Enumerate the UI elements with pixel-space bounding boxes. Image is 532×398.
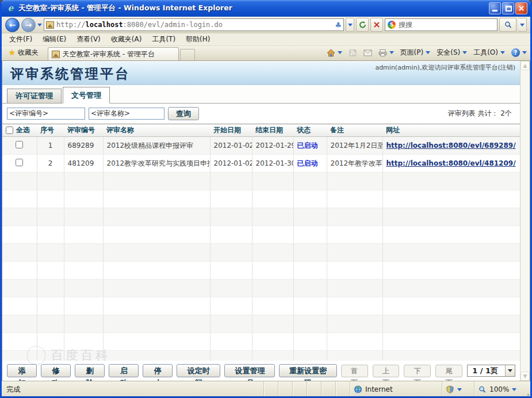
printer-icon xyxy=(378,49,387,57)
resize-grip[interactable] xyxy=(523,381,530,397)
table-header-row: 全选 序号 评审编号 评审名称 开始日期 结束日期 状态 备注 网址 xyxy=(2,124,520,137)
browser-tab[interactable]: 天空教室-评审系统 - 管理平台 xyxy=(48,47,179,60)
soso-search-icon: S xyxy=(388,21,396,29)
query-button[interactable]: 查询 xyxy=(168,107,199,120)
protected-mode-button[interactable] xyxy=(442,381,474,397)
welcome-logout-text[interactable]: admin(admin),欢迎访问评审系统管理平台(注销) xyxy=(375,63,515,72)
page-title: 评审系统管理平台 xyxy=(10,65,130,83)
pagination: 首页 上页 下页 尾页 1 / 1页 xyxy=(341,365,515,377)
compatibility-view-icon[interactable]: ♣ xyxy=(335,21,342,29)
header-name: 评审名称 xyxy=(103,124,210,137)
scroll-down-icon[interactable]: ▼ xyxy=(520,372,530,381)
recent-pages-dropdown-icon[interactable] xyxy=(37,24,42,26)
action-toolbar: 添加 修改 删除 启动 停止 设定时间 设置管理员 重新设置密码 首页 上页 下… xyxy=(2,361,520,381)
stop-icon: × xyxy=(373,20,380,29)
new-tab-button[interactable] xyxy=(180,49,195,60)
ie-icon: e xyxy=(6,3,16,13)
close-button[interactable]: × xyxy=(515,2,527,14)
home-icon xyxy=(327,49,335,57)
feeds-button[interactable] xyxy=(347,48,358,58)
header-note: 备注 xyxy=(327,124,382,137)
search-options-dropdown[interactable] xyxy=(518,18,527,32)
search-engine-name: 搜搜 xyxy=(399,20,412,30)
review-code-input[interactable] xyxy=(7,108,85,120)
header-end-date: 结束日期 xyxy=(252,124,293,137)
row-checkbox[interactable] xyxy=(16,141,23,148)
title-bar: e 天空教室-评审系统 - 管理平台 - Windows Internet Ex… xyxy=(2,0,530,17)
protected-mode-dropdown-icon[interactable] xyxy=(457,388,462,391)
print-button[interactable] xyxy=(377,48,395,58)
back-button[interactable]: ← xyxy=(5,18,20,32)
tools-menu-button[interactable]: 工具(O) xyxy=(472,47,506,59)
safety-menu-button[interactable]: 安全(S) xyxy=(435,47,468,59)
review-url-link[interactable]: http://localhost:8080/evl/481209/ xyxy=(386,159,516,167)
url-text[interactable]: http://localhost:8080/evl/admin-login.do xyxy=(56,19,332,30)
menu-help[interactable]: 帮助(H) xyxy=(181,33,215,45)
zoom-dropdown-icon[interactable] xyxy=(512,388,516,391)
search-go-button[interactable] xyxy=(499,18,516,32)
review-url-link[interactable]: http://localhost:8080/evl/689289/ xyxy=(386,141,516,150)
header-code: 评审编号 xyxy=(64,124,103,137)
home-button[interactable] xyxy=(326,48,343,58)
home-dropdown-icon[interactable] xyxy=(338,51,342,54)
reset-password-button[interactable]: 重新设置密码 xyxy=(279,364,336,377)
menu-edit[interactable]: 编辑(E) xyxy=(37,33,71,45)
menu-bar: 文件(F) 编辑(E) 查看(V) 收藏夹(A) 工具(T) 帮助(H) xyxy=(2,33,530,46)
set-time-button[interactable]: 设定时间 xyxy=(177,364,220,377)
star-icon: ★ xyxy=(9,48,16,57)
rss-icon xyxy=(349,49,357,57)
menu-file[interactable]: 文件(F) xyxy=(4,33,37,45)
list-summary: 评审列表 共计： 2个 xyxy=(448,109,515,118)
zoom-control[interactable]: 100% xyxy=(474,381,523,397)
stop-button[interactable]: × xyxy=(370,18,383,32)
first-page-button[interactable]: 首页 xyxy=(341,365,368,377)
shield-icon xyxy=(446,385,454,393)
last-page-button[interactable]: 尾页 xyxy=(435,365,462,377)
status-bar: 完成 Internet 100% xyxy=(2,381,530,397)
prev-page-button[interactable]: 上页 xyxy=(373,365,400,377)
set-admin-button[interactable]: 设置管理员 xyxy=(224,364,275,377)
print-dropdown-icon[interactable] xyxy=(389,51,394,54)
menu-favorites[interactable]: 收藏夹(A) xyxy=(106,33,147,45)
help-icon: ? xyxy=(511,48,520,57)
menu-tools[interactable]: 工具(T) xyxy=(147,33,181,45)
restore-button[interactable] xyxy=(502,2,514,14)
site-favicon xyxy=(46,21,54,29)
page-select-dropdown[interactable]: 1 / 1页 xyxy=(467,365,515,377)
window-title: 天空教室-评审系统 - 管理平台 - Windows Internet Expl… xyxy=(18,3,489,13)
next-page-button[interactable]: 下页 xyxy=(404,365,431,377)
page-select-arrow[interactable] xyxy=(505,365,515,376)
row-checkbox[interactable] xyxy=(16,159,23,166)
module-tabs: 许可证管理 文号管理 xyxy=(2,85,520,104)
help-button[interactable]: ? xyxy=(510,47,528,58)
scroll-up-icon[interactable]: ▲ xyxy=(520,61,530,70)
refresh-icon xyxy=(358,21,367,29)
delete-button[interactable]: 删除 xyxy=(75,364,105,377)
address-bar[interactable]: http://localhost:8080/evl/admin-login.do… xyxy=(44,18,344,31)
tab-document-number-management[interactable]: 文号管理 xyxy=(63,87,110,104)
table-row: 1 689289 2012校级精品课程申报评审 2012-01-02 2012-… xyxy=(2,137,520,155)
start-button[interactable]: 启动 xyxy=(109,364,139,377)
minimize-button[interactable] xyxy=(489,2,501,14)
menu-view[interactable]: 查看(V) xyxy=(71,33,106,45)
page-menu-button[interactable]: 页面(P) xyxy=(399,47,432,59)
header-index: 序号 xyxy=(37,124,64,137)
tab-license-management[interactable]: 许可证管理 xyxy=(7,89,62,103)
favorites-tab-bar: ★ 收藏夹 天空教室-评审系统 - 管理平台 页面(P) xyxy=(2,46,530,61)
add-button[interactable]: 添加 xyxy=(7,364,37,377)
review-name-input[interactable] xyxy=(89,108,164,120)
stop-review-button[interactable]: 停止 xyxy=(143,364,173,377)
zone-indicator: Internet xyxy=(350,381,442,397)
zoom-magnifier-icon xyxy=(478,385,487,393)
modify-button[interactable]: 修改 xyxy=(41,364,71,377)
web-search-box[interactable]: S 搜搜 xyxy=(385,18,497,31)
page-viewport: 评审系统管理平台 admin(admin),欢迎访问评审系统管理平台(注销) 许… xyxy=(2,61,530,381)
page-scrollbar[interactable]: ▲ ▼ xyxy=(520,61,530,381)
refresh-button[interactable] xyxy=(356,18,369,32)
favorites-button[interactable]: ★ 收藏夹 xyxy=(4,46,43,60)
select-all-checkbox[interactable] xyxy=(6,127,13,134)
forward-button[interactable]: → xyxy=(21,18,36,32)
mail-icon xyxy=(363,49,372,57)
read-mail-button[interactable] xyxy=(362,48,373,58)
address-dropdown-button[interactable] xyxy=(346,18,354,32)
